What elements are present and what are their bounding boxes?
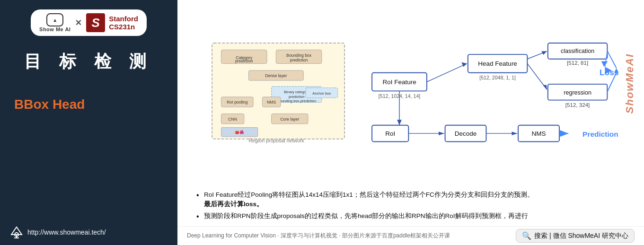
chinese-title: 目 标 检 测 <box>24 50 153 73</box>
logo-area: Show Me AI × S Stanford CS231n <box>31 9 147 36</box>
bullet-item-2: • 预测阶段和RPN阶段生成proposals的过程类似，先将head部分的输出… <box>196 211 625 222</box>
network-diagram: Region proposal network Category predict… <box>192 29 635 162</box>
svg-text:Anchor box: Anchor box <box>312 91 331 96</box>
svg-text:Region proposal network: Region proposal network <box>248 138 304 143</box>
footer-left-text: Deep Learning for Computer Vision · 深度学习… <box>187 232 450 240</box>
svg-text:🍅🌺: 🍅🌺 <box>235 130 244 134</box>
main-content: Region proposal network Category predict… <box>177 0 644 245</box>
bullet-dot-1: • <box>196 190 200 210</box>
roi-label: RoI <box>385 130 395 137</box>
search-icon: 🔍 <box>522 231 531 240</box>
svg-text:prediction: prediction <box>235 59 253 63</box>
bullet-text-2: 预测阶段和RPN阶段生成proposals的过程类似，先将head部分的输出和R… <box>204 211 528 222</box>
bullet-text-1-part1: RoI Feature经过Pooling将特征图从14x14压缩到1x1；然后这… <box>204 191 534 198</box>
diagram-area: Region proposal network Category predict… <box>177 0 644 186</box>
footer-right-text: 搜索 | 微信 ShowMeAI 研究中心 <box>534 232 628 240</box>
showmeai-label: Show Me AI <box>39 26 71 32</box>
sidebar: Show Me AI × S Stanford CS231n 目 标 检 测 B… <box>0 0 177 245</box>
showmeai-icon <box>46 13 63 26</box>
bullet-text-1: RoI Feature经过Pooling将特征图从14x14压缩到1x1；然后这… <box>204 190 534 210</box>
prediction-label: Prediction <box>582 130 618 138</box>
search-box[interactable]: 🔍 搜索 | 微信 ShowMeAI 研究中心 <box>516 229 635 243</box>
bullet-dot-2: • <box>196 211 200 222</box>
nms-label: NMS <box>532 130 546 137</box>
stanford-s-icon: S <box>86 13 105 32</box>
svg-line-55 <box>607 51 616 68</box>
head-feature-label: Head Feature <box>478 60 517 67</box>
svg-marker-0 <box>11 227 22 235</box>
section-title: BBox Head <box>9 97 85 112</box>
svg-marker-48 <box>439 131 444 135</box>
svg-marker-50 <box>512 131 518 135</box>
stanford-line1: Stanford <box>109 15 138 23</box>
bullet-item-1: • RoI Feature经过Pooling将特征图从14x14压缩到1x1；然… <box>196 190 625 210</box>
stanford-line2: CS231n <box>109 23 135 31</box>
website-url: http://www.showmeai.tech/ <box>27 228 106 236</box>
regression-label: regression <box>564 89 591 96</box>
class-dim-label: [512, 81] <box>567 60 588 66</box>
svg-text:RoI pooling: RoI pooling <box>227 100 247 105</box>
svg-text:NMS: NMS <box>267 100 276 105</box>
svg-text:Dense layer: Dense layer <box>265 73 287 78</box>
stanford-logo: S Stanford CS231n <box>86 13 138 32</box>
roi-dim2-label: [512, 2048, 1, 1] <box>479 75 516 80</box>
svg-marker-54 <box>397 120 402 125</box>
bullet-text-1-part2: 最后再去计算loss。 <box>204 201 263 208</box>
svg-text:prediction: prediction <box>290 58 308 62</box>
times-icon: × <box>75 17 81 29</box>
website-icon <box>9 225 24 239</box>
roi-feature-label: RoI Feature <box>382 79 416 86</box>
showmeai-logo: Show Me AI <box>39 13 71 32</box>
svg-marker-41 <box>601 61 608 67</box>
watermark: ShowMeAI <box>618 5 642 163</box>
svg-text:Bounding box: Bounding box <box>286 53 312 58</box>
reg-dim-label: [512, 324] <box>565 102 590 108</box>
svg-text:Bounding box prediction: Bounding box prediction <box>277 99 316 104</box>
footer: Deep Learning for Computer Vision · 深度学习… <box>177 226 644 245</box>
bullets-area: • RoI Feature经过Pooling将特征图从14x14压缩到1x1；然… <box>177 186 644 226</box>
svg-text:prediction: prediction <box>289 95 304 99</box>
svg-text:CNN: CNN <box>228 117 237 122</box>
stanford-text: Stanford CS231n <box>109 15 138 31</box>
decode-label: Decode <box>455 130 477 137</box>
classification-label: classification <box>561 48 594 54</box>
svg-marker-33 <box>461 62 467 67</box>
svg-text:Core layer: Core layer <box>280 117 299 122</box>
website-row: http://www.showmeai.tech/ <box>9 225 106 239</box>
watermark-text: ShowMeAI <box>624 53 636 114</box>
svg-line-32 <box>427 63 467 82</box>
